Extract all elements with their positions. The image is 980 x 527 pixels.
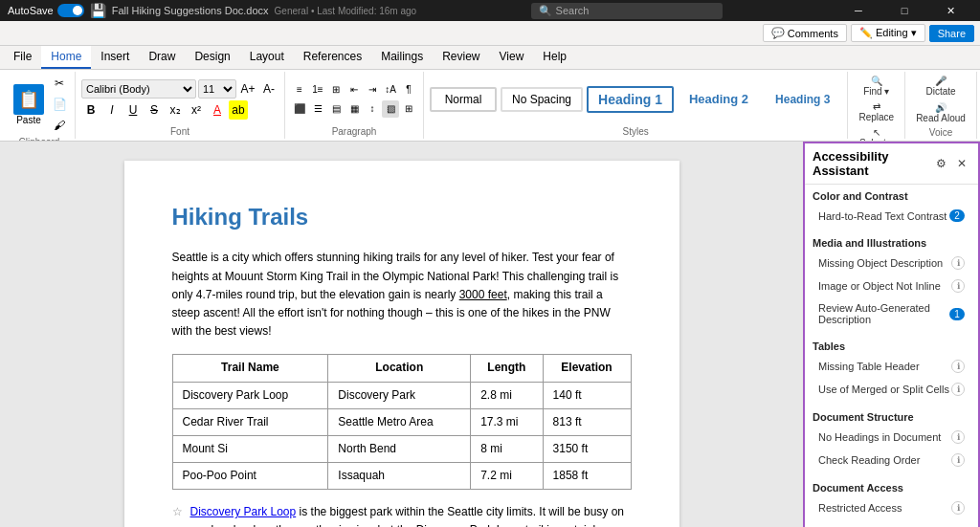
bullet-list-button[interactable]: ≡	[291, 81, 308, 99]
style-nospacing-button[interactable]: No Spacing	[501, 87, 583, 112]
toggle-dot	[73, 6, 82, 15]
numbered-list-button[interactable]: 1≡	[309, 81, 326, 99]
sidebar-item[interactable]: Missing Table Headerℹ	[813, 356, 970, 377]
window-controls: ─ □ ✕	[836, 0, 972, 21]
sidebar-item[interactable]: Image or Object Not Inlineℹ	[813, 275, 970, 296]
minimize-button[interactable]: ─	[836, 0, 880, 21]
select-button[interactable]: ↖ Select ▾	[854, 125, 899, 141]
tab-review[interactable]: Review	[433, 46, 489, 69]
align-center-button[interactable]: ☰	[309, 100, 326, 118]
sidebar-item[interactable]: Restricted Accessℹ	[813, 497, 970, 518]
sort-button[interactable]: ↕A	[382, 81, 399, 99]
table-cell: Discovery Park Loop	[172, 382, 328, 408]
tab-draw[interactable]: Draw	[139, 46, 185, 69]
tab-references[interactable]: References	[294, 46, 371, 69]
sidebar-section-title: Tables	[813, 340, 970, 352]
tab-layout[interactable]: Layout	[240, 46, 294, 69]
align-left-button[interactable]: ⬛	[291, 100, 308, 118]
table-cell: 140 ft	[543, 382, 631, 408]
sidebar-item-badge: 1	[949, 308, 965, 320]
find-button[interactable]: 🔍 Find ▾	[854, 74, 899, 99]
increase-font-button[interactable]: A+	[238, 79, 257, 99]
format-row: B I U S x₂ x² A ab	[81, 100, 278, 120]
table-row: Poo-Poo PointIssaquah7.2 mi1858 ft	[172, 463, 631, 490]
tab-view[interactable]: View	[490, 46, 534, 69]
table-cell: Issaquah	[328, 463, 471, 490]
italic-button[interactable]: I	[102, 100, 122, 120]
font-size-select[interactable]: 11	[198, 79, 236, 99]
highlight-button[interactable]: ab	[229, 100, 248, 120]
paste-button[interactable]: 📋 Paste	[10, 82, 48, 127]
decrease-indent-button[interactable]: ⇤	[345, 81, 363, 99]
show-marks-button[interactable]: ¶	[400, 81, 417, 99]
sidebar-close-button[interactable]: ✕	[953, 155, 970, 172]
col-length: Length	[471, 355, 543, 382]
sidebar-item[interactable]: Review Auto-Generated Description1	[813, 298, 970, 329]
line-spacing-button[interactable]: ↕	[364, 100, 381, 118]
style-heading1-button[interactable]: Heading 1	[587, 86, 674, 113]
font-label: Font	[81, 124, 278, 137]
sidebar-item-circle: ℹ	[951, 383, 965, 396]
style-heading3-button[interactable]: Heading 3	[764, 87, 841, 112]
share-button[interactable]: Share	[929, 25, 974, 42]
restore-button[interactable]: □	[882, 0, 926, 21]
discovery-link[interactable]: Discovery Park Loop	[190, 505, 297, 518]
read-aloud-button[interactable]: 🔊 Read Aloud	[911, 100, 970, 125]
table-row: Discovery Park LoopDiscovery Park2.8 mi1…	[172, 382, 631, 408]
sidebar-item-badge: 2	[949, 209, 965, 222]
sidebar-item[interactable]: Hard-to-Read Text Contrast2	[813, 206, 970, 226]
font-family-select[interactable]: Calibri (Body)	[81, 79, 196, 99]
subscript-button[interactable]: x₂	[166, 100, 185, 120]
voice-label: Voice	[911, 125, 970, 138]
bold-button[interactable]: B	[81, 100, 100, 120]
select-icon: ↖	[873, 127, 880, 138]
sidebar-item-label: No Headings in Document	[818, 431, 951, 443]
increase-indent-button[interactable]: ⇥	[364, 81, 381, 99]
tab-insert[interactable]: Insert	[91, 46, 139, 69]
strikethrough-button[interactable]: S	[145, 100, 164, 120]
shading-button[interactable]: ▧	[382, 100, 399, 118]
style-normal-button[interactable]: Normal	[430, 87, 497, 112]
para-row-2: ⬛ ☰ ▤ ▦ ↕ ▧ ⊞	[291, 100, 417, 118]
title-bar: AutoSave 💾 Fall Hiking Suggestions Doc.d…	[0, 0, 980, 21]
tab-design[interactable]: Design	[185, 46, 239, 69]
tab-help[interactable]: Help	[533, 46, 576, 69]
sidebar-settings-button[interactable]: ⚙	[932, 155, 949, 172]
sidebar-item[interactable]: No Headings in Documentℹ	[813, 427, 970, 448]
clipboard-sub-buttons: ✂ 📄 🖌	[50, 74, 69, 135]
cut-button[interactable]: ✂	[50, 74, 69, 93]
close-button[interactable]: ✕	[928, 0, 972, 21]
search-bar[interactable]: 🔍 Search	[531, 3, 723, 19]
justify-button[interactable]: ▦	[345, 100, 363, 118]
comments-button[interactable]: 💬 Comments	[763, 24, 847, 42]
document-body: Seattle is a city which offers stunning …	[172, 249, 632, 340]
table-cell: 2.8 mi	[471, 382, 543, 408]
sidebar-item[interactable]: Check Reading Orderℹ	[813, 450, 970, 471]
multilevel-list-button[interactable]: ⊞	[327, 81, 345, 99]
sidebar-item[interactable]: Missing Object Descriptionℹ	[813, 253, 970, 274]
tab-mailings[interactable]: Mailings	[371, 46, 433, 69]
font-controls: Calibri (Body) 11 A+ A- B I U S x₂	[81, 79, 278, 120]
table-cell: Cedar River Trail	[172, 408, 328, 435]
cloud-info: General • Last Modified: 16m ago	[275, 6, 417, 16]
star-icon: ☆	[172, 503, 183, 521]
tab-file[interactable]: File	[4, 46, 41, 69]
comment-icon: 💬	[771, 27, 785, 39]
paste-icon: 📋	[13, 84, 44, 115]
dictate-button[interactable]: 🎤 Dictate	[921, 74, 960, 99]
font-color-button[interactable]: A	[208, 100, 227, 120]
underline-button[interactable]: U	[123, 100, 143, 120]
style-heading2-button[interactable]: Heading 2	[678, 86, 760, 112]
tab-home[interactable]: Home	[41, 46, 91, 69]
replace-button[interactable]: ⇄ Replace	[854, 99, 899, 124]
sidebar-header-icons: ⚙ ✕	[932, 155, 970, 172]
decrease-font-button[interactable]: A-	[259, 79, 278, 99]
editing-button[interactable]: ✏️ Editing ▾	[851, 24, 925, 42]
superscript-button[interactable]: x²	[187, 100, 206, 120]
align-right-button[interactable]: ▤	[327, 100, 345, 118]
copy-button[interactable]: 📄	[50, 95, 69, 114]
format-painter-button[interactable]: 🖌	[50, 116, 69, 135]
sidebar-item[interactable]: Use of Merged or Split Cellsℹ	[813, 379, 970, 400]
borders-button[interactable]: ⊞	[400, 100, 417, 118]
autosave-toggle[interactable]	[57, 4, 84, 17]
